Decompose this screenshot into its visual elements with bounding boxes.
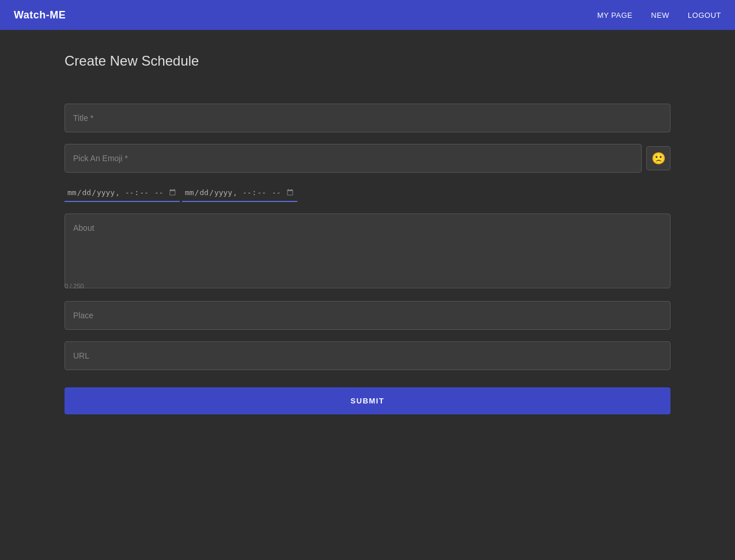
schedule-form: 🙁 0 / 250 SUBMIT — [65, 104, 670, 414]
main-content: Create New Schedule 🙁 0 / 250 SUBMIT — [51, 30, 684, 437]
brand-logo[interactable]: Watch-ME — [14, 9, 66, 21]
date-row — [65, 184, 670, 202]
submit-button[interactable]: SUBMIT — [65, 387, 670, 414]
url-input[interactable] — [65, 341, 670, 370]
place-input[interactable] — [65, 301, 670, 330]
end-date-input[interactable] — [182, 184, 297, 202]
nav-links: MY PAGE NEW LOGOUT — [597, 11, 721, 20]
nav-my-page[interactable]: MY PAGE — [597, 11, 633, 20]
title-input[interactable] — [65, 104, 670, 132]
nav-new[interactable]: NEW — [651, 11, 669, 20]
navbar: Watch-ME MY PAGE NEW LOGOUT — [0, 0, 735, 30]
emoji-row: 🙁 — [65, 144, 670, 173]
page-title: Create New Schedule — [65, 53, 670, 69]
about-textarea[interactable] — [65, 214, 670, 288]
emoji-icon: 🙁 — [651, 151, 666, 165]
nav-logout[interactable]: LOGOUT — [688, 11, 721, 20]
start-date-input[interactable] — [65, 184, 180, 202]
emoji-input[interactable] — [65, 144, 642, 173]
about-container: 0 / 250 — [65, 214, 670, 289]
emoji-picker-button[interactable]: 🙁 — [646, 146, 670, 170]
